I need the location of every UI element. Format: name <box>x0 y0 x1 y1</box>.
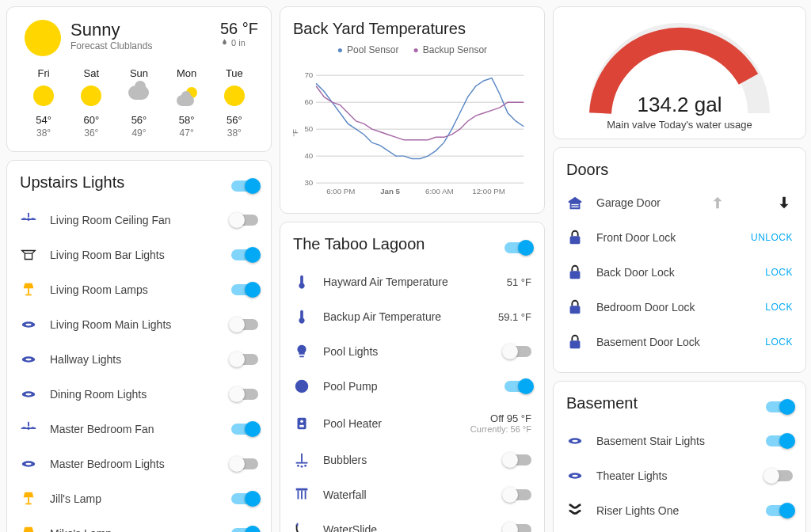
entity-row: WaterSlide <box>293 512 531 532</box>
cloud-icon <box>128 86 149 100</box>
basement-master-toggle[interactable] <box>766 401 793 412</box>
forecast-day: Sun56°49° <box>128 67 149 139</box>
entity-toggle[interactable] <box>766 435 793 446</box>
entity-row: Master Bedroom Lights <box>20 446 258 481</box>
entity-toggle[interactable] <box>766 470 793 481</box>
entity-toggle[interactable] <box>504 524 531 532</box>
lock-icon <box>566 298 584 316</box>
entity-toggle[interactable] <box>231 354 258 365</box>
entity-row: Pool Pump <box>293 369 531 404</box>
svg-text:6:00 PM: 6:00 PM <box>326 187 355 196</box>
entity-toggle[interactable] <box>766 505 793 516</box>
partly-cloudy-icon <box>177 86 197 106</box>
entity-row: Bubblers <box>293 443 531 477</box>
lock-row: Bedroom Door LockLOCK <box>566 290 793 325</box>
garage-down-button[interactable] <box>775 194 793 211</box>
lock-action-button[interactable]: LOCK <box>765 336 793 348</box>
lock-action-button[interactable]: LOCK <box>765 267 793 278</box>
entity-label: Mike's Lamp <box>50 527 219 532</box>
doors-card: Doors Garage Door Front Door LockUNLOCKB… <box>553 147 806 373</box>
lock-action-button[interactable]: UNLOCK <box>751 232 793 243</box>
entity-label: Pool Pump <box>323 380 492 393</box>
entity-toggle[interactable] <box>231 424 258 435</box>
sun-icon <box>33 86 54 106</box>
riser-icon <box>566 502 584 519</box>
doors-title: Doors <box>566 161 793 179</box>
sun-icon <box>81 86 101 106</box>
entity-row: Jill's Lamp <box>20 481 258 516</box>
entity-row: Mike's Lamp <box>20 516 258 532</box>
water-gauge-card: 134.2 gal Main valve Today's water usage <box>553 6 806 139</box>
basement-title: Basement <box>566 394 638 412</box>
upstairs-master-toggle[interactable] <box>231 180 258 192</box>
chart-legend: Pool Sensor Backup Sensor <box>293 44 531 55</box>
entity-toggle[interactable] <box>231 284 258 295</box>
sun-icon <box>25 20 61 56</box>
entity-toggle[interactable] <box>231 528 258 532</box>
entity-label: Basement Stair Lights <box>596 435 753 447</box>
entity-toggle[interactable] <box>231 215 258 226</box>
entity-label: Hallway Lights <box>50 353 219 366</box>
entity-toggle[interactable] <box>504 489 531 500</box>
forecast-day: Tue56°38° <box>224 67 245 139</box>
entity-toggle[interactable] <box>231 249 258 260</box>
lagoon-master-toggle[interactable] <box>504 242 531 253</box>
forecast-day: Mon58°47° <box>177 67 197 139</box>
slide-icon <box>293 521 310 532</box>
entity-label: Living Room Bar Lights <box>50 249 219 261</box>
entity-label: Living Room Main Lights <box>50 318 219 331</box>
garage-up-button[interactable] <box>709 194 726 211</box>
entity-toggle[interactable] <box>504 381 531 392</box>
basement-card: Basement Basement Stair LightsTheater Li… <box>553 381 806 532</box>
entity-label: Theater Lights <box>596 469 753 482</box>
lagoon-card: The Taboo Lagoon Hayward Air Temperature… <box>280 222 545 532</box>
entity-toggle[interactable] <box>231 493 258 504</box>
waterfall-icon <box>293 486 310 504</box>
entity-label: Waterfall <box>323 488 492 501</box>
entity-toggle[interactable] <box>231 458 258 469</box>
pump-icon <box>293 378 310 395</box>
gauge-label: Main valve Today's water usage <box>566 119 793 131</box>
lock-label: Front Door Lock <box>596 231 738 244</box>
temperature-chart-card: Back Yard Temperatures Pool Sensor Backu… <box>280 6 545 214</box>
entity-label: Riser Lights One <box>596 504 753 517</box>
entity-row: Waterfall <box>293 477 531 512</box>
svg-text:30: 30 <box>304 178 313 187</box>
svg-text:6:00 AM: 6:00 AM <box>425 187 454 196</box>
entity-label: Backup Air Temperature <box>323 310 485 323</box>
entity-toggle[interactable] <box>231 389 258 400</box>
weather-temp: 56 °F <box>220 20 258 38</box>
entity-toggle[interactable] <box>504 346 531 357</box>
lock-row: Basement Door LockLOCK <box>566 325 793 359</box>
entity-row: Backup Air Temperature59.1 °F <box>293 299 531 334</box>
lock-action-button[interactable]: LOCK <box>765 302 793 313</box>
lock-label: Back Door Lock <box>596 266 752 279</box>
lock-row: Back Door LockLOCK <box>566 255 793 290</box>
entity-label: Pool Heater <box>323 417 458 430</box>
svg-text:50: 50 <box>304 124 313 133</box>
chart-title: Back Yard Temperatures <box>293 20 531 38</box>
bulb-icon <box>293 343 310 360</box>
entity-label: Pool Lights <box>323 345 492 358</box>
entity-toggle[interactable] <box>504 454 531 466</box>
entity-row: Dining Room Lights <box>20 377 258 412</box>
weather-location: Forecast Clublands <box>70 40 211 51</box>
entity-row: Master Bedroom Fan <box>20 412 258 446</box>
lamp-icon <box>20 281 37 298</box>
entity-toggle[interactable] <box>231 319 258 330</box>
lock-label: Bedroom Door Lock <box>596 301 752 314</box>
weather-precip: 0 in <box>220 38 258 48</box>
entity-row: Living Room Main Lights <box>20 307 258 342</box>
fan-icon <box>20 211 37 229</box>
svg-text:40: 40 <box>304 151 313 160</box>
svg-text:Jan 5: Jan 5 <box>380 187 400 196</box>
heater-icon <box>293 415 310 432</box>
bubbles-icon <box>293 451 310 469</box>
upstairs-lights-card: Upstairs Lights Living Room Ceiling FanL… <box>6 160 272 532</box>
light-icon <box>566 467 584 484</box>
therm-icon <box>293 308 310 325</box>
entity-row: Riser Lights Two <box>566 528 793 532</box>
lamp-icon <box>20 490 37 507</box>
fan-icon <box>20 420 37 438</box>
garage-icon <box>566 194 584 211</box>
